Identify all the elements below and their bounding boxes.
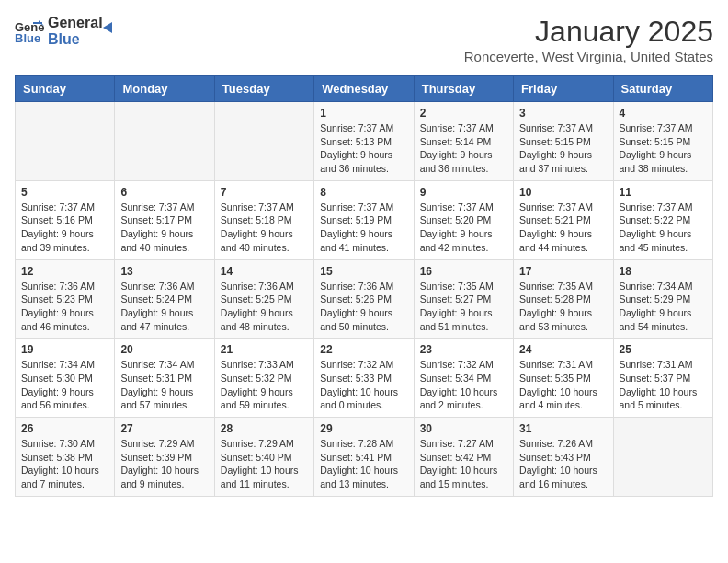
day-number: 25: [620, 343, 707, 356]
calendar-cell: 23Sunrise: 7:32 AM Sunset: 5:34 PM Dayli…: [414, 339, 513, 418]
location-title: Ronceverte, West Virginia, United States: [464, 49, 713, 64]
day-number: 11: [620, 186, 707, 199]
day-number: 13: [120, 265, 208, 278]
day-info: Sunrise: 7:34 AM Sunset: 5:29 PM Dayligh…: [620, 280, 707, 334]
day-info: Sunrise: 7:28 AM Sunset: 5:41 PM Dayligh…: [320, 437, 407, 491]
calendar-cell: 18Sunrise: 7:34 AM Sunset: 5:29 PM Dayli…: [613, 259, 712, 339]
calendar-cell: [16, 102, 115, 181]
day-number: 22: [320, 343, 407, 356]
weekday-header-monday: Monday: [115, 76, 214, 102]
week-row-3: 19Sunrise: 7:34 AM Sunset: 5:30 PM Dayli…: [16, 339, 713, 418]
day-info: Sunrise: 7:35 AM Sunset: 5:27 PM Dayligh…: [420, 280, 507, 334]
week-row-4: 26Sunrise: 7:30 AM Sunset: 5:38 PM Dayli…: [16, 418, 713, 497]
day-number: 27: [120, 422, 208, 435]
day-info: Sunrise: 7:29 AM Sunset: 5:40 PM Dayligh…: [221, 437, 308, 491]
calendar-cell: 19Sunrise: 7:34 AM Sunset: 5:30 PM Dayli…: [16, 339, 115, 418]
svg-marker-4: [103, 22, 112, 33]
title-section: January 2025 Ronceverte, West Virginia, …: [464, 15, 713, 64]
day-number: 8: [320, 186, 407, 199]
calendar-cell: 30Sunrise: 7:27 AM Sunset: 5:42 PM Dayli…: [414, 418, 513, 497]
calendar-cell: 13Sunrise: 7:36 AM Sunset: 5:24 PM Dayli…: [115, 259, 214, 339]
logo-blue: Blue: [48, 31, 103, 48]
day-number: 16: [420, 265, 507, 278]
weekday-header-saturday: Saturday: [613, 76, 712, 102]
calendar-cell: 27Sunrise: 7:29 AM Sunset: 5:39 PM Dayli…: [115, 418, 214, 497]
day-info: Sunrise: 7:36 AM Sunset: 5:25 PM Dayligh…: [221, 280, 308, 334]
day-info: Sunrise: 7:34 AM Sunset: 5:30 PM Dayligh…: [21, 358, 108, 412]
day-number: 23: [420, 343, 507, 356]
day-number: 6: [120, 186, 208, 199]
day-info: Sunrise: 7:37 AM Sunset: 5:14 PM Dayligh…: [420, 121, 507, 176]
day-number: 1: [320, 107, 407, 120]
day-info: Sunrise: 7:32 AM Sunset: 5:34 PM Dayligh…: [420, 358, 507, 412]
calendar-cell: [613, 418, 712, 497]
calendar-table: SundayMondayTuesdayWednesdayThursdayFrid…: [15, 75, 713, 497]
calendar-cell: 28Sunrise: 7:29 AM Sunset: 5:40 PM Dayli…: [214, 418, 313, 497]
day-number: 26: [21, 422, 108, 435]
day-info: Sunrise: 7:37 AM Sunset: 5:13 PM Dayligh…: [320, 121, 407, 176]
day-info: Sunrise: 7:33 AM Sunset: 5:32 PM Dayligh…: [221, 358, 308, 412]
calendar-cell: 22Sunrise: 7:32 AM Sunset: 5:33 PM Dayli…: [314, 339, 414, 418]
calendar-cell: 31Sunrise: 7:26 AM Sunset: 5:43 PM Dayli…: [514, 418, 613, 497]
day-info: Sunrise: 7:34 AM Sunset: 5:31 PM Dayligh…: [120, 358, 208, 412]
calendar-cell: 4Sunrise: 7:37 AM Sunset: 5:15 PM Daylig…: [613, 102, 712, 181]
day-info: Sunrise: 7:37 AM Sunset: 5:17 PM Dayligh…: [120, 201, 208, 255]
calendar-cell: 14Sunrise: 7:36 AM Sunset: 5:25 PM Dayli…: [214, 259, 313, 339]
day-number: 30: [420, 422, 507, 435]
week-row-1: 5Sunrise: 7:37 AM Sunset: 5:16 PM Daylig…: [16, 180, 713, 259]
logo-icon: General Blue: [15, 18, 44, 44]
day-number: 15: [320, 265, 407, 278]
day-info: Sunrise: 7:30 AM Sunset: 5:38 PM Dayligh…: [21, 437, 108, 491]
day-info: Sunrise: 7:31 AM Sunset: 5:35 PM Dayligh…: [519, 358, 607, 412]
day-info: Sunrise: 7:27 AM Sunset: 5:42 PM Dayligh…: [420, 437, 507, 491]
day-number: 20: [120, 343, 208, 356]
calendar-cell: 3Sunrise: 7:37 AM Sunset: 5:15 PM Daylig…: [514, 102, 613, 181]
day-info: Sunrise: 7:29 AM Sunset: 5:39 PM Dayligh…: [120, 437, 208, 491]
day-info: Sunrise: 7:37 AM Sunset: 5:20 PM Dayligh…: [420, 201, 507, 255]
day-number: 19: [21, 343, 108, 356]
day-info: Sunrise: 7:37 AM Sunset: 5:18 PM Dayligh…: [221, 201, 308, 255]
calendar-cell: 12Sunrise: 7:36 AM Sunset: 5:23 PM Dayli…: [16, 259, 115, 339]
day-info: Sunrise: 7:36 AM Sunset: 5:24 PM Dayligh…: [120, 280, 208, 334]
weekday-header-wednesday: Wednesday: [314, 76, 414, 102]
calendar-cell: 15Sunrise: 7:36 AM Sunset: 5:26 PM Dayli…: [314, 259, 414, 339]
day-info: Sunrise: 7:37 AM Sunset: 5:19 PM Dayligh…: [320, 201, 407, 255]
calendar-cell: 26Sunrise: 7:30 AM Sunset: 5:38 PM Dayli…: [16, 418, 115, 497]
calendar-cell: 6Sunrise: 7:37 AM Sunset: 5:17 PM Daylig…: [115, 180, 214, 259]
day-info: Sunrise: 7:37 AM Sunset: 5:22 PM Dayligh…: [620, 201, 707, 255]
calendar-cell: 17Sunrise: 7:35 AM Sunset: 5:28 PM Dayli…: [514, 259, 613, 339]
svg-text:Blue: Blue: [15, 31, 40, 44]
weekday-header-friday: Friday: [514, 76, 613, 102]
calendar-cell: 1Sunrise: 7:37 AM Sunset: 5:13 PM Daylig…: [314, 102, 414, 181]
day-number: 21: [221, 343, 308, 356]
day-number: 3: [519, 107, 607, 120]
day-info: Sunrise: 7:35 AM Sunset: 5:28 PM Dayligh…: [519, 280, 607, 334]
day-info: Sunrise: 7:37 AM Sunset: 5:16 PM Dayligh…: [21, 201, 108, 255]
day-number: 2: [420, 107, 507, 120]
calendar-cell: 7Sunrise: 7:37 AM Sunset: 5:18 PM Daylig…: [214, 180, 313, 259]
day-info: Sunrise: 7:32 AM Sunset: 5:33 PM Dayligh…: [320, 358, 407, 412]
day-info: Sunrise: 7:36 AM Sunset: 5:23 PM Dayligh…: [21, 280, 108, 334]
day-info: Sunrise: 7:37 AM Sunset: 5:15 PM Dayligh…: [519, 121, 607, 176]
calendar-cell: 11Sunrise: 7:37 AM Sunset: 5:22 PM Dayli…: [613, 180, 712, 259]
day-info: Sunrise: 7:26 AM Sunset: 5:43 PM Dayligh…: [519, 437, 607, 491]
day-number: 28: [221, 422, 308, 435]
calendar-cell: 24Sunrise: 7:31 AM Sunset: 5:35 PM Dayli…: [514, 339, 613, 418]
calendar-cell: [115, 102, 214, 181]
calendar-cell: 16Sunrise: 7:35 AM Sunset: 5:27 PM Dayli…: [414, 259, 513, 339]
weekday-header-row: SundayMondayTuesdayWednesdayThursdayFrid…: [16, 76, 713, 102]
day-number: 4: [620, 107, 707, 120]
calendar-cell: 20Sunrise: 7:34 AM Sunset: 5:31 PM Dayli…: [115, 339, 214, 418]
logo-general: General: [48, 15, 103, 31]
calendar-cell: 25Sunrise: 7:31 AM Sunset: 5:37 PM Dayli…: [613, 339, 712, 418]
day-info: Sunrise: 7:36 AM Sunset: 5:26 PM Dayligh…: [320, 280, 407, 334]
day-number: 12: [21, 265, 108, 278]
calendar-cell: 5Sunrise: 7:37 AM Sunset: 5:16 PM Daylig…: [16, 180, 115, 259]
day-number: 29: [320, 422, 407, 435]
weekday-header-sunday: Sunday: [16, 76, 115, 102]
day-info: Sunrise: 7:37 AM Sunset: 5:15 PM Dayligh…: [620, 121, 707, 176]
day-number: 17: [519, 265, 607, 278]
weekday-header-tuesday: Tuesday: [214, 76, 313, 102]
day-number: 14: [221, 265, 308, 278]
calendar-cell: 9Sunrise: 7:37 AM Sunset: 5:20 PM Daylig…: [414, 180, 513, 259]
